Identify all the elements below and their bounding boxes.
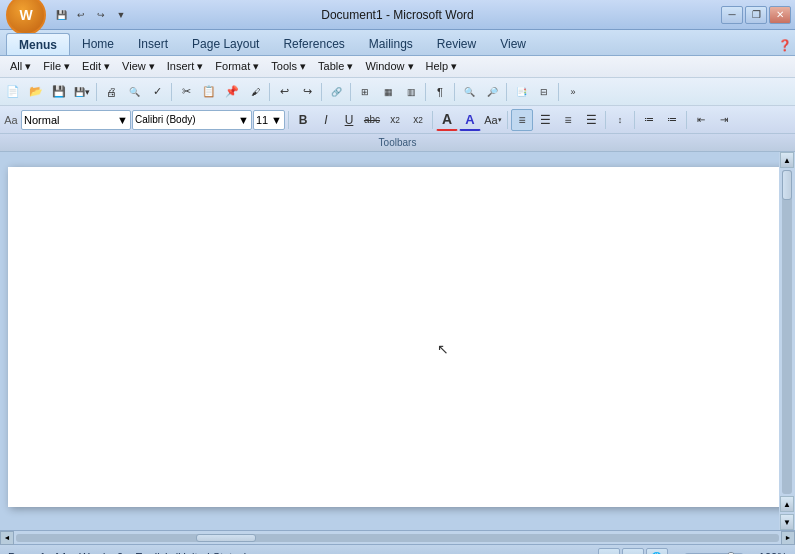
tab-review[interactable]: Review — [425, 33, 488, 55]
font-dropdown[interactable]: Calibri (Body) ▼ — [132, 110, 252, 130]
table-btn[interactable]: ⊞ — [354, 81, 376, 103]
zoom-out-toolbar-btn[interactable]: 🔍 — [458, 81, 480, 103]
status-bar: Page: 1 of 1 Words: 0 English (United St… — [0, 544, 795, 554]
italic-button[interactable]: I — [315, 109, 337, 131]
spell-btn[interactable]: ✓ — [146, 81, 168, 103]
menu-table[interactable]: Table ▾ — [312, 58, 359, 75]
strikethrough-button[interactable]: abc — [361, 109, 383, 131]
tab-view[interactable]: View — [488, 33, 538, 55]
superscript-button[interactable]: x2 — [407, 109, 429, 131]
hscroll-thumb[interactable] — [196, 534, 256, 542]
close-button[interactable]: ✕ — [769, 6, 791, 24]
save-as-btn[interactable]: 💾▾ — [71, 81, 93, 103]
align-center-button[interactable]: ☰ — [534, 109, 556, 131]
redo-btn[interactable]: ↪ — [296, 81, 318, 103]
new-btn[interactable]: 📄 — [2, 81, 24, 103]
full-screen-view-btn[interactable]: ⊡ — [622, 548, 644, 555]
web-layout-view-btn[interactable]: 🌐 — [646, 548, 668, 555]
align-justify-button[interactable]: ☰ — [580, 109, 602, 131]
tab-menus[interactable]: Menus — [6, 33, 70, 55]
menu-format[interactable]: Format ▾ — [209, 58, 265, 75]
sep-fmt5 — [634, 111, 635, 129]
char-style-btn[interactable]: Aa▾ — [482, 109, 504, 131]
print-layout-view-btn[interactable]: ▤ — [598, 548, 620, 555]
indent-increase-button[interactable]: ⇥ — [713, 109, 735, 131]
menu-help[interactable]: Help ▾ — [420, 58, 464, 75]
horizontal-scrollbar[interactable]: ◄ ► — [0, 530, 795, 544]
help-button[interactable]: ❓ — [775, 35, 795, 55]
words-status: Words: 0 — [79, 551, 123, 555]
column-btn[interactable]: ▥ — [400, 81, 422, 103]
menu-file[interactable]: File ▾ — [37, 58, 76, 75]
tab-mailings[interactable]: Mailings — [357, 33, 425, 55]
undo-btn[interactable]: ↩ — [273, 81, 295, 103]
line-spacing-button[interactable]: ↕ — [609, 109, 631, 131]
redo-quick-btn[interactable]: ↪ — [92, 7, 110, 23]
window-controls: ─ ❐ ✕ — [721, 6, 791, 24]
find-btn[interactable]: 🔎 — [481, 81, 503, 103]
undo-quick-btn[interactable]: ↩ — [72, 7, 90, 23]
print-btn[interactable]: 🖨 — [100, 81, 122, 103]
indent-decrease-button[interactable]: ⇤ — [690, 109, 712, 131]
document-map-btn[interactable]: 📑 — [510, 81, 532, 103]
vertical-scrollbar[interactable]: ▲ ▲ ▼ — [779, 152, 795, 530]
align-right-button[interactable]: ≡ — [557, 109, 579, 131]
office-button[interactable]: W — [6, 0, 46, 35]
cut-btn[interactable]: ✂ — [175, 81, 197, 103]
scroll-up-button[interactable]: ▲ — [780, 152, 794, 168]
menu-view[interactable]: View ▾ — [116, 58, 161, 75]
scroll-thumb[interactable] — [782, 170, 792, 200]
style-dropdown-arrow: ▼ — [117, 114, 128, 126]
minimize-button[interactable]: ─ — [721, 6, 743, 24]
scroll-track — [782, 170, 792, 494]
sep-fmt6 — [686, 111, 687, 129]
underline-button[interactable]: U — [338, 109, 360, 131]
save-quick-btn[interactable]: 💾 — [52, 7, 70, 23]
bullets-button[interactable]: ≔ — [638, 109, 660, 131]
insert-table-btn[interactable]: ▦ — [377, 81, 399, 103]
thumbnails-btn[interactable]: ⊟ — [533, 81, 555, 103]
hscroll-right-button[interactable]: ► — [781, 531, 795, 545]
menu-window[interactable]: Window ▾ — [359, 58, 419, 75]
style-dropdown[interactable]: Normal ▼ — [21, 110, 131, 130]
menu-all[interactable]: All ▾ — [4, 58, 37, 75]
bold-button[interactable]: B — [292, 109, 314, 131]
copy-btn[interactable]: 📋 — [198, 81, 220, 103]
scroll-down-button[interactable]: ▼ — [780, 514, 794, 530]
page-status: Page: 1 of 1 — [8, 551, 67, 555]
save-btn[interactable]: 💾 — [48, 81, 70, 103]
zoom-plus-btn[interactable]: + — [748, 551, 754, 555]
tab-home[interactable]: Home — [70, 33, 126, 55]
sep-fmt3 — [507, 111, 508, 129]
align-left-button[interactable]: ≡ — [511, 109, 533, 131]
open-btn[interactable]: 📂 — [25, 81, 47, 103]
subscript-button[interactable]: x2 — [384, 109, 406, 131]
quick-access-dropdown[interactable]: ▼ — [112, 7, 130, 23]
show-formatting-btn[interactable]: ¶ — [429, 81, 451, 103]
font-color-a[interactable]: A — [459, 109, 481, 131]
menu-edit[interactable]: Edit ▾ — [76, 58, 116, 75]
menu-tools[interactable]: Tools ▾ — [265, 58, 312, 75]
hscroll-left-button[interactable]: ◄ — [0, 531, 14, 545]
title-bar: W 💾 ↩ ↪ ▼ Document1 - Microsoft Word ─ ❐… — [0, 0, 795, 30]
print-preview-btn[interactable]: 🔍 — [123, 81, 145, 103]
tab-insert[interactable]: Insert — [126, 33, 180, 55]
zoom-minus-btn[interactable]: − — [674, 551, 680, 555]
document-page[interactable]: ↖ — [8, 167, 787, 507]
hyperlink-btn[interactable]: 🔗 — [325, 81, 347, 103]
zoom-level: 100% — [759, 551, 787, 555]
numbering-button[interactable]: ≔ — [661, 109, 683, 131]
tab-references[interactable]: References — [271, 33, 356, 55]
menu-insert[interactable]: Insert ▾ — [161, 58, 210, 75]
size-value: 11 — [256, 114, 268, 126]
scroll-up-arrow-btn[interactable]: ▲ — [780, 496, 794, 512]
font-color-big-a[interactable]: A — [436, 109, 458, 131]
tab-page-layout[interactable]: Page Layout — [180, 33, 271, 55]
format-painter-btn[interactable]: 🖌 — [244, 81, 266, 103]
restore-button[interactable]: ❐ — [745, 6, 767, 24]
size-dropdown[interactable]: 11 ▼ — [253, 110, 285, 130]
paste-btn[interactable]: 📌 — [221, 81, 243, 103]
zoom-control: − + 100% — [674, 551, 787, 555]
more-toolbar-btn[interactable]: » — [562, 81, 584, 103]
sep5 — [350, 83, 351, 101]
